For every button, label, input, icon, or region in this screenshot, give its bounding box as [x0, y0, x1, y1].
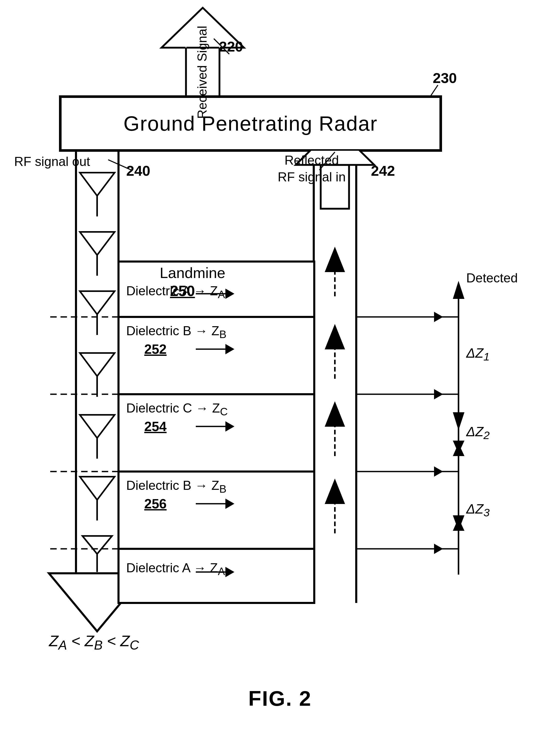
- svg-marker-80: [225, 344, 235, 354]
- fig-caption: FIG. 2: [248, 686, 312, 711]
- landmine-label: Landmine: [160, 264, 225, 281]
- dielectric-c-label: Dielectric C → ZC: [126, 401, 228, 418]
- gpr-title: Ground Penetrating Radar: [123, 112, 378, 136]
- svg-marker-33: [325, 325, 345, 349]
- svg-marker-12: [80, 173, 115, 196]
- svg-marker-11: [49, 573, 146, 631]
- svg-marker-37: [325, 479, 345, 504]
- ref-230: 230: [433, 70, 457, 86]
- svg-marker-58: [453, 443, 464, 456]
- dielectric-a-bottom-label: Dielectric A → ZA: [126, 560, 225, 578]
- svg-marker-48: [453, 281, 464, 299]
- rf-signal-out-label: RF signal out: [14, 153, 90, 170]
- svg-marker-35: [325, 402, 345, 426]
- svg-marker-62: [453, 518, 464, 531]
- svg-marker-76: [225, 288, 235, 299]
- ref-240: 240: [126, 162, 150, 179]
- svg-marker-18: [80, 353, 115, 376]
- gpr-box: Ground Penetrating Radar: [60, 96, 441, 151]
- detected-label: Detected: [466, 271, 518, 285]
- svg-marker-60: [453, 515, 464, 531]
- svg-marker-14: [80, 232, 115, 255]
- ref-256: 256: [144, 496, 167, 512]
- ref-220: 220: [219, 38, 243, 55]
- svg-marker-16: [80, 291, 115, 314]
- diagram-container: Ground Penetrating Radar Received Signal…: [0, 0, 560, 748]
- svg-marker-31: [325, 247, 345, 272]
- delta-z3-label: ΔZ3: [466, 501, 490, 519]
- ref-242: 242: [371, 162, 395, 179]
- dielectric-b2-label: Dielectric B → ZB: [126, 478, 226, 495]
- equation-label: ZA < ZB < ZC: [49, 632, 139, 653]
- svg-marker-84: [225, 498, 235, 509]
- svg-marker-24: [82, 536, 112, 554]
- svg-marker-50: [453, 412, 464, 430]
- svg-marker-20: [80, 415, 115, 438]
- svg-marker-64: [434, 312, 443, 322]
- svg-marker-68: [434, 466, 443, 477]
- svg-marker-22: [80, 477, 115, 500]
- svg-marker-82: [225, 421, 235, 431]
- ref-254: 254: [144, 419, 167, 434]
- svg-marker-56: [453, 441, 464, 453]
- ref-252: 252: [144, 342, 167, 357]
- delta-z2-label: ΔZ2: [466, 424, 490, 442]
- reflected-rf-signal-label: Reflected RF signal in: [276, 152, 348, 186]
- dielectric-b1-label: Dielectric B → ZB: [126, 323, 226, 341]
- ref-250: 250: [170, 282, 195, 299]
- delta-z1-label: ΔZ1: [466, 345, 490, 363]
- svg-marker-78: [225, 567, 235, 577]
- received-signal-label: Received Signal: [194, 26, 210, 119]
- svg-marker-70: [434, 544, 443, 554]
- svg-marker-66: [434, 389, 443, 399]
